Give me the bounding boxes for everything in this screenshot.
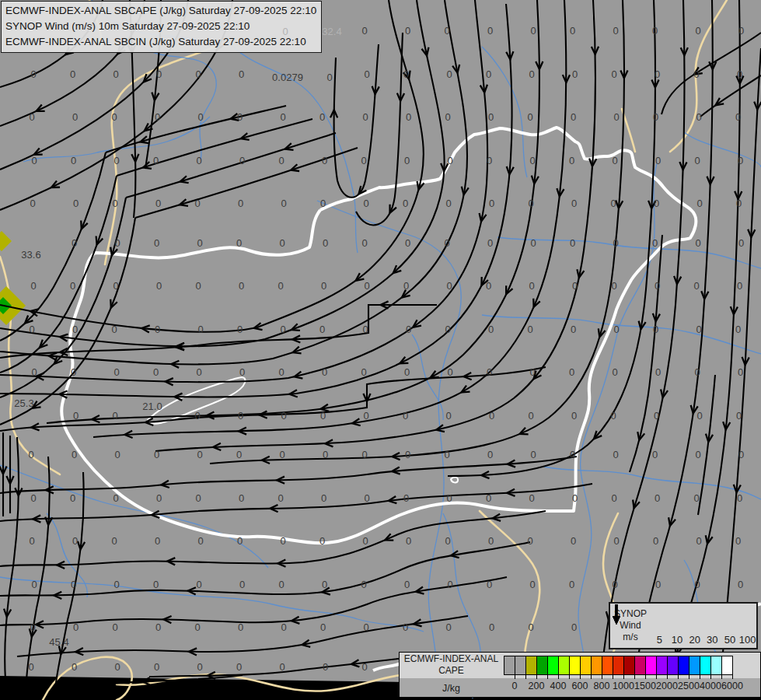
- grid-value-label: 0: [29, 111, 34, 123]
- cape-tick-mark: [656, 675, 657, 679]
- grid-value-label: 0: [694, 155, 700, 166]
- grid-value-label: 0: [445, 535, 450, 547]
- cape-tick-label: 600: [572, 681, 588, 691]
- wind-speed-column: 10: [668, 604, 686, 648]
- grid-value-label: 0: [611, 280, 616, 292]
- wind-speed-column: 50: [721, 604, 739, 648]
- grid-value-label: 0: [486, 280, 491, 292]
- map-value-annotation: 0.0279: [272, 72, 303, 83]
- grid-value-label: 0: [197, 111, 203, 123]
- grid-value-label: 0: [487, 237, 493, 249]
- wind-legend-box: SYNOP Wind m/s 5 10 20 30 50 100: [609, 602, 758, 649]
- cape-colorbar: [504, 656, 733, 675]
- grid-value-label: 0: [487, 366, 492, 378]
- grid-value-label: 0: [153, 366, 159, 378]
- grid-value-label: 0: [403, 68, 409, 80]
- cape-tick-mark: [613, 675, 613, 679]
- grid-value-label: 0: [489, 198, 494, 209]
- grid-value-label: 0: [279, 449, 285, 460]
- grid-value-label: 0: [737, 68, 742, 80]
- grid-value-label: 0: [196, 579, 201, 590]
- cape-tick-mark: [710, 675, 711, 679]
- grid-value-label: 0: [322, 155, 327, 166]
- wind-speed-column: 30: [703, 604, 721, 648]
- grid-value-label: 0: [363, 410, 368, 422]
- grid-value-label: 0: [447, 579, 452, 590]
- grid-value-label: 0: [444, 25, 449, 37]
- grid-value-label: 0: [571, 111, 576, 123]
- grid-value-label: 0: [111, 324, 117, 335]
- cape-legend-subtitle: CAPE: [400, 665, 503, 676]
- cape-legend-title: ECMWF-INDEX-ANAL: [400, 653, 503, 665]
- grid-value-label: 0: [404, 155, 410, 166]
- grid-value-label: 0: [406, 324, 411, 335]
- grid-value-label: 0: [196, 366, 201, 378]
- grid-value-label: 0: [323, 661, 328, 673]
- grid-value-label: 0: [195, 492, 201, 504]
- grid-value-label: 0: [530, 237, 536, 249]
- grid-value-label: 0: [695, 25, 700, 37]
- grid-value-label: 0: [28, 449, 33, 460]
- grid-value-label: 0: [610, 410, 616, 422]
- grid-value-label: 0: [72, 237, 77, 249]
- grid-value-label: 0: [197, 661, 202, 673]
- grid-value-label: 0: [364, 280, 369, 292]
- grid-value-label: 0: [693, 280, 699, 292]
- grid-value-label: 0: [571, 535, 576, 547]
- grid-value-label: 0: [527, 111, 532, 123]
- grid-value-label: 0: [195, 68, 201, 80]
- grid-value-label: 0: [405, 449, 410, 460]
- grid-value-label: 0: [654, 198, 659, 209]
- wind-speed-value: 10: [672, 635, 682, 646]
- grid-value-label: 0: [655, 366, 661, 378]
- grid-value-label: 0: [70, 68, 75, 80]
- cape-tick-label: 2000: [656, 681, 678, 691]
- grid-value-label: 0: [569, 155, 574, 166]
- grid-value-label: 0: [738, 366, 743, 378]
- grid-value-label: 0: [196, 155, 201, 166]
- grid-value-label: 0: [361, 661, 367, 673]
- down-arrow-icon: [610, 604, 623, 625]
- grid-value-label: 0: [239, 68, 244, 80]
- grid-value-label: 0: [489, 410, 494, 422]
- grid-value-label: 0: [654, 410, 659, 422]
- grid-value-label: 0: [194, 410, 200, 422]
- cape-tick-label: 200: [529, 681, 545, 691]
- grid-value-label: 0: [527, 535, 532, 547]
- grid-value-label: 0: [280, 111, 285, 123]
- header-line-sbcin: ECMWF-INDEX-ANAL SBCIN (J/kg) Saturday 2…: [5, 34, 316, 50]
- grid-value-label: 0: [278, 366, 284, 378]
- grid-value-label: 0: [738, 449, 744, 460]
- grid-value-label: 0: [236, 661, 242, 673]
- grid-value-label: 0: [696, 198, 702, 209]
- grid-value-label: 0: [236, 449, 242, 460]
- wind-speed-column: 5: [651, 604, 668, 648]
- grid-value-label: 0: [403, 198, 408, 209]
- cape-tick-mark: [547, 675, 548, 679]
- grid-value-label: 0: [570, 449, 575, 460]
- grid-value-label: 0: [696, 535, 701, 547]
- grid-value-label: 0: [361, 237, 367, 249]
- grid-value-label: 0: [31, 579, 37, 590]
- grid-value-label: 0: [406, 535, 411, 547]
- grid-value-label: 0: [30, 198, 35, 209]
- grid-value-label: 0: [361, 579, 366, 590]
- cape-tick-mark: [645, 675, 646, 679]
- cape-tick-mark: [667, 675, 668, 679]
- grid-value-label: 0: [486, 68, 491, 80]
- cape-legend-box: ECMWF-INDEX-ANAL CAPE J/kg 0200400600800…: [399, 652, 761, 698]
- grid-value-label: 0: [445, 111, 450, 123]
- grid-value-label: 0: [320, 621, 326, 633]
- wind-legend-unit: m/s: [623, 632, 637, 643]
- grid-value-label: 0: [113, 366, 119, 378]
- cape-color-cell: [613, 656, 624, 675]
- grid-value-label: 0: [655, 492, 660, 504]
- grid-value-label: 0: [613, 324, 619, 335]
- cape-color-cell: [602, 656, 613, 675]
- grid-value-label: 0: [571, 324, 576, 335]
- grid-value-label: 0: [528, 198, 533, 209]
- grid-value-label: 0: [738, 579, 743, 590]
- grid-value-label: 0: [237, 535, 243, 547]
- cape-legend-unit: J/kg: [400, 683, 503, 694]
- header-line-wind: SYNOP Wind (m/s) 10m Saturday 27-09-2025…: [5, 19, 316, 34]
